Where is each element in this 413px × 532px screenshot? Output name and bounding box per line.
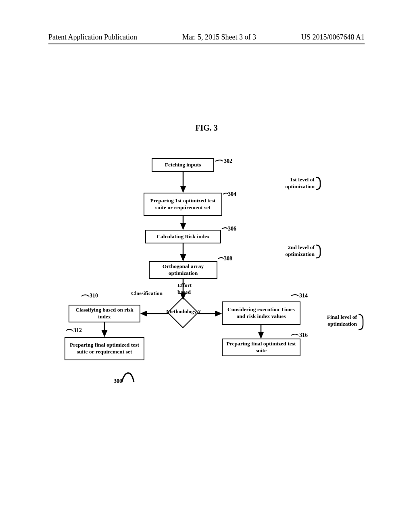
decision-text: Methodology ? bbox=[163, 308, 204, 315]
decision-label-right: Effort based bbox=[177, 282, 202, 296]
header-center: Mar. 5, 2015 Sheet 3 of 3 bbox=[182, 33, 256, 42]
decision-question-label: Methodology ? bbox=[166, 308, 201, 314]
ref-314: 314 bbox=[299, 293, 308, 299]
ref-304: 304 bbox=[228, 191, 236, 197]
box-orthogonal-array: Orthogonal array optimization bbox=[149, 261, 217, 279]
header-left: Patent Application Publication bbox=[48, 33, 137, 42]
ref-306: 306 bbox=[228, 226, 236, 232]
page: Patent Application Publication Mar. 5, 2… bbox=[0, 0, 413, 532]
ref-310: 310 bbox=[90, 293, 98, 299]
box-classifying-risk-index: Classifying based on risk index bbox=[69, 305, 140, 322]
annotation-level1: 1st level of optimization bbox=[270, 177, 315, 190]
box-fetching-inputs: Fetching inputs bbox=[152, 158, 214, 172]
box-calculating-risk-index: Calculating Risk index bbox=[145, 230, 221, 243]
box-preparing-final-left: Preparing final optimized test suite or … bbox=[65, 337, 144, 360]
ref-302: 302 bbox=[224, 158, 232, 164]
ref-300: 300 bbox=[114, 378, 122, 384]
ref-312: 312 bbox=[73, 327, 82, 334]
box-preparing-final-right: Preparing final optimized test suite bbox=[222, 339, 300, 356]
box-preparing-1st-optimized: Preparing 1st optimized test suite or re… bbox=[144, 193, 222, 216]
header-divider bbox=[48, 44, 365, 44]
page-header: Patent Application Publication Mar. 5, 2… bbox=[48, 33, 365, 42]
decision-label-left: Classification bbox=[131, 290, 171, 297]
header-right: US 2015/0067648 A1 bbox=[301, 33, 365, 42]
ref-308: 308 bbox=[224, 256, 232, 262]
annotation-level3: Final level of optimization bbox=[313, 314, 357, 328]
annotation-level2: 2nd level of optimization bbox=[270, 244, 315, 258]
figure-title: FIG. 3 bbox=[0, 123, 413, 133]
box-considering-execution: Considering execution Times and risk ind… bbox=[222, 301, 300, 325]
ref-316: 316 bbox=[299, 332, 308, 339]
